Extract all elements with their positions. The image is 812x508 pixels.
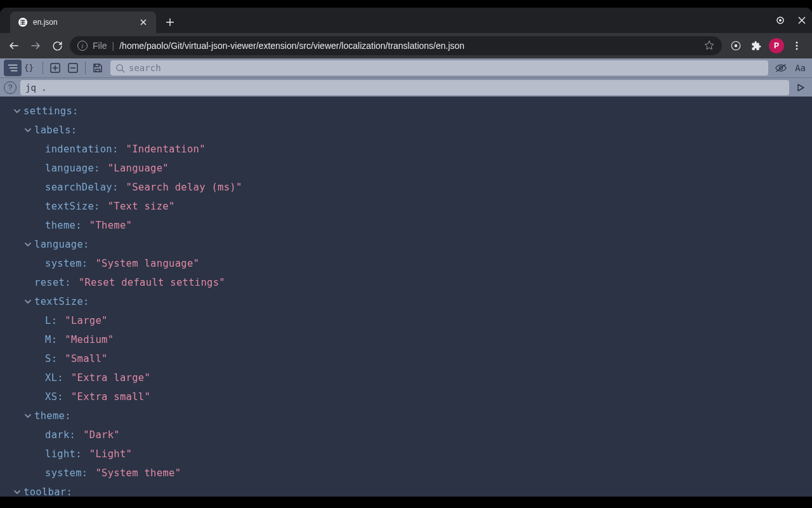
profile-avatar[interactable]: P xyxy=(769,38,784,53)
address-bar[interactable]: i File | /home/paolo/Git/virtual-json-vi… xyxy=(70,36,722,55)
tree-key: searchDelay: xyxy=(45,178,119,197)
tree-row[interactable]: system:"System language" xyxy=(13,254,809,273)
tree-view-button[interactable] xyxy=(4,60,22,76)
tree-key: M: xyxy=(45,330,57,349)
search-icon xyxy=(115,64,125,73)
tree-row[interactable]: M:"Medium" xyxy=(13,330,809,349)
url-scheme: File xyxy=(93,41,107,51)
jq-input-value: jq . xyxy=(25,83,47,93)
tree-value: "Text size" xyxy=(108,197,175,216)
tab-close-icon[interactable] xyxy=(138,17,148,27)
tab-strip: en.json xyxy=(0,8,812,33)
tree-key: labels: xyxy=(34,121,77,140)
tree-row[interactable]: textSize:"Text size" xyxy=(13,197,809,216)
tree-key: textSize: xyxy=(45,197,100,216)
tree-key: indentation: xyxy=(45,140,119,159)
chevron-down-icon[interactable] xyxy=(13,488,22,497)
tree-row[interactable]: theme: xyxy=(13,406,809,425)
jq-input[interactable]: jq . xyxy=(20,80,789,95)
tree-value: "Theme" xyxy=(89,216,132,235)
chevron-down-icon[interactable] xyxy=(13,107,22,116)
tree-row[interactable]: textSize: xyxy=(13,292,809,311)
window-close-icon[interactable] xyxy=(794,13,809,28)
tree-row[interactable]: XS:"Extra small" xyxy=(13,387,809,406)
search-input[interactable] xyxy=(129,63,763,73)
chevron-down-icon[interactable] xyxy=(23,297,32,306)
tree-key: XS: xyxy=(45,387,63,406)
tab-favicon-icon xyxy=(18,17,28,27)
tree-row[interactable]: indentation:"Indentation" xyxy=(13,140,809,159)
collapse-all-button[interactable] xyxy=(64,60,82,76)
browser-tab[interactable]: en.json xyxy=(10,11,156,33)
tree-row[interactable]: XL:"Extra large" xyxy=(13,368,809,387)
tree-row[interactable]: toolbar: xyxy=(13,483,809,497)
tree-key: L: xyxy=(45,311,57,330)
tree-row[interactable]: reset:"Reset default settings" xyxy=(13,273,809,292)
tree-value: "Search delay (ms)" xyxy=(126,178,242,197)
reload-button[interactable] xyxy=(48,37,66,55)
tree-value: "Extra small" xyxy=(71,387,150,406)
tree-key: S: xyxy=(45,349,57,368)
json-tree: settings:labels:indentation:"Indentation… xyxy=(13,102,809,497)
jq-help-icon[interactable]: ? xyxy=(4,81,16,94)
tree-value: "Language" xyxy=(108,159,169,178)
save-button[interactable] xyxy=(89,60,107,76)
chevron-down-icon[interactable] xyxy=(23,240,32,249)
toolbar-divider xyxy=(85,62,86,74)
tree-key: system: xyxy=(45,254,88,273)
tree-key: light: xyxy=(45,444,82,464)
site-info-icon[interactable]: i xyxy=(77,41,88,51)
tree-value: "Light" xyxy=(89,444,132,464)
tree-value: "Small" xyxy=(65,349,107,368)
case-sensitive-toggle[interactable]: Aa xyxy=(792,60,808,76)
tree-key: toolbar: xyxy=(23,483,72,497)
expand-all-button[interactable] xyxy=(46,60,64,76)
forward-button[interactable] xyxy=(27,37,44,55)
tree-value: "Medium" xyxy=(65,330,114,349)
tree-key: XL: xyxy=(45,368,63,387)
tree-value: "Extra large" xyxy=(71,368,150,387)
tree-key: theme: xyxy=(34,406,71,425)
bookmark-star-icon[interactable] xyxy=(704,40,714,52)
tab-title: en.json xyxy=(33,18,133,27)
extensions-puzzle-icon[interactable] xyxy=(749,38,764,53)
tree-row[interactable]: labels: xyxy=(13,121,809,140)
svg-text:{}: {} xyxy=(24,63,34,72)
tree-row[interactable]: language:"Language" xyxy=(13,159,809,178)
browser-menu-icon[interactable] xyxy=(789,38,804,53)
chevron-down-icon[interactable] xyxy=(23,126,32,135)
toolbar-divider xyxy=(43,62,43,74)
tree-row[interactable]: theme:"Theme" xyxy=(13,216,809,235)
visibility-toggle-icon[interactable] xyxy=(772,60,790,76)
tree-value: "System theme" xyxy=(95,464,181,483)
tree-row[interactable]: light:"Light" xyxy=(13,444,809,464)
raw-view-button[interactable]: {} xyxy=(22,60,39,76)
chevron-down-icon[interactable] xyxy=(23,411,32,420)
tree-row[interactable]: dark:"Dark" xyxy=(13,425,809,444)
new-tab-button[interactable] xyxy=(161,13,179,31)
tree-key: reset: xyxy=(34,273,71,292)
tree-key: language: xyxy=(34,235,89,254)
tree-row[interactable]: language: xyxy=(13,235,809,254)
jq-run-button[interactable] xyxy=(793,80,808,95)
search-field[interactable] xyxy=(110,60,768,76)
tree-row[interactable]: system:"System theme" xyxy=(13,464,809,483)
address-bar-row: i File | /home/paolo/Git/virtual-json-vi… xyxy=(0,33,812,58)
extension-icon[interactable] xyxy=(728,38,743,53)
tree-row[interactable]: settings: xyxy=(13,102,809,121)
tree-value: "Dark" xyxy=(83,425,120,444)
tree-key: settings: xyxy=(23,102,79,121)
tree-scroll-area[interactable]: settings:labels:indentation:"Indentation… xyxy=(0,97,812,497)
jq-row: ? jq . xyxy=(0,77,812,97)
tree-key: textSize: xyxy=(34,292,89,311)
tree-value: "Reset default settings" xyxy=(79,273,225,292)
tree-row[interactable]: S:"Small" xyxy=(13,349,809,368)
tree-row[interactable]: L:"Large" xyxy=(13,311,809,330)
tree-row[interactable]: searchDelay:"Search delay (ms)" xyxy=(13,178,809,197)
window-minimize-icon[interactable] xyxy=(773,13,788,28)
json-viewer: {} Aa ? xyxy=(0,58,812,497)
tree-key: dark: xyxy=(45,425,75,444)
svg-point-6 xyxy=(796,45,798,47)
svg-point-5 xyxy=(796,42,798,44)
back-button[interactable] xyxy=(5,37,23,55)
